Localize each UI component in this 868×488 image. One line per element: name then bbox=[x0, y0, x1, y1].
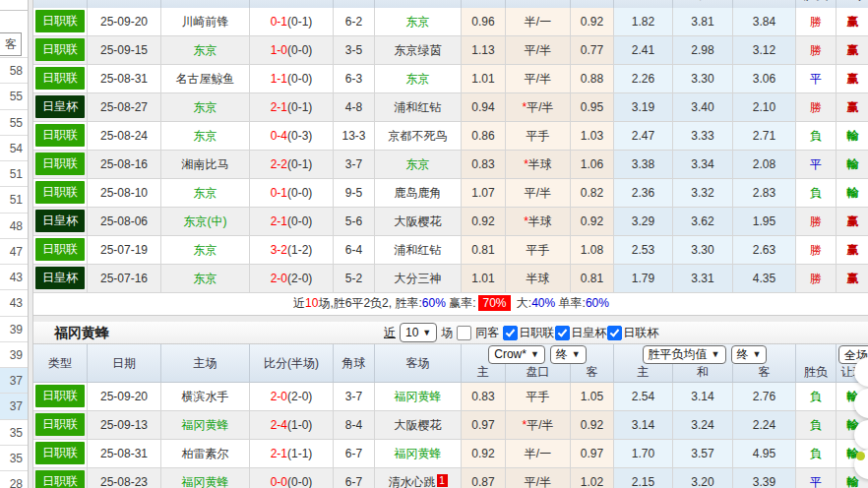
score-cell: 2-1(0-1) bbox=[250, 93, 334, 121]
header-eu-away: 客 bbox=[733, 364, 796, 382]
home-team-cell[interactable]: 东京 bbox=[161, 236, 250, 264]
date-cell: 25-09-13 bbox=[88, 411, 161, 439]
league-cell: 日职联 bbox=[33, 65, 88, 92]
full-score: 2-4 bbox=[271, 418, 287, 432]
away-team-cell[interactable]: 清水心跳1 bbox=[375, 468, 462, 488]
score-cell: 2-1(0-0) bbox=[250, 208, 334, 235]
header-eu-draw: 和 bbox=[673, 0, 733, 8]
recent-games-link[interactable]: 近 bbox=[384, 322, 396, 343]
team-name: 东京绿茵 bbox=[395, 43, 442, 57]
date-cell: 25-08-23 bbox=[88, 468, 161, 488]
score-cell: 2-0(2-0) bbox=[250, 265, 334, 292]
odds-source-row: Crow* ▼ 终 ▼ 胜平负均值 ▼ 终 ▼ bbox=[462, 344, 868, 364]
home-team-cell[interactable]: 东京 bbox=[161, 265, 250, 292]
games-count-select[interactable]: 10 ▼ bbox=[400, 323, 437, 342]
result-cell: 負 bbox=[796, 179, 837, 207]
league-cell: 日职联 bbox=[33, 36, 88, 64]
corner-cell: 3-7 bbox=[334, 383, 375, 410]
result-cell: 負 bbox=[796, 440, 837, 467]
league-badge: 日皇杯 bbox=[35, 267, 85, 289]
match-row: 日职联25-07-19东京3-2(1-2)6-4浦和红钻0.81平手1.082.… bbox=[33, 236, 868, 265]
home-team-cell[interactable]: 横滨水手 bbox=[161, 383, 250, 410]
same-away-checkbox[interactable] bbox=[457, 326, 471, 340]
away-team-cell[interactable]: 鹿岛鹿角 bbox=[375, 179, 462, 207]
result-cell: 勝 bbox=[796, 93, 837, 121]
team-name: 东京 bbox=[194, 43, 217, 57]
side-number-row: 39 bbox=[0, 317, 28, 342]
home-team-cell[interactable]: 福冈黄蜂 bbox=[161, 468, 250, 488]
away-team-cell[interactable]: 京都不死鸟 bbox=[375, 122, 462, 150]
away-team-cell[interactable]: 东京绿茵 bbox=[375, 36, 462, 64]
away-team-cell[interactable]: 东京 bbox=[375, 65, 462, 92]
home-team-cell[interactable]: 川崎前锋 bbox=[161, 8, 250, 35]
match-row: 日职联25-08-16湘南比马2-2(0-1)3-7东京0.83*半球1.063… bbox=[33, 151, 868, 179]
home-team-cell[interactable]: 东京 bbox=[161, 122, 250, 150]
handicap-result-cell: 輸 bbox=[837, 122, 868, 150]
home-team-cell[interactable]: 名古屋鲸鱼 bbox=[161, 65, 250, 92]
eu-home-odds: 2.36 bbox=[614, 179, 673, 207]
league-filter-checkbox[interactable] bbox=[555, 326, 570, 340]
away-team-cell[interactable]: 浦和红钻 bbox=[375, 93, 462, 121]
ah-home-odds: 0.92 bbox=[462, 440, 506, 467]
away-team-cell[interactable]: 东京 bbox=[375, 151, 462, 178]
handicap-result-cell: 輸 bbox=[837, 151, 868, 178]
home-team-cell[interactable]: 东京 bbox=[161, 93, 250, 121]
ah-line-cell: 平手 bbox=[506, 236, 571, 264]
header-type: 类型 bbox=[33, 344, 88, 382]
team-name: 横滨水手 bbox=[182, 390, 229, 403]
ah-time-select[interactable]: 终 ▼ bbox=[550, 345, 587, 364]
away-team-cell[interactable]: 大阪樱花 bbox=[375, 208, 462, 235]
ah-home-odds: 0.83 bbox=[462, 151, 506, 178]
side-number-row: 35 bbox=[0, 420, 28, 446]
header-handicap: 让球 bbox=[837, 0, 868, 8]
home-team-cell[interactable]: 东京(中) bbox=[161, 208, 250, 235]
section-title: 福冈黄蜂 bbox=[54, 325, 109, 340]
league-filter-checkbox[interactable] bbox=[503, 326, 518, 340]
eu-home-odds: 2.41 bbox=[614, 36, 673, 64]
full-score: 2-1 bbox=[271, 100, 287, 114]
side-number-row: 39 bbox=[0, 342, 28, 368]
home-team-cell[interactable]: 湘南比马 bbox=[161, 151, 250, 178]
home-team-cell[interactable]: 东京 bbox=[161, 179, 250, 207]
header-ah-home: 主 bbox=[462, 364, 506, 382]
ah-away-odds: 0.95 bbox=[571, 93, 614, 121]
away-team-cell[interactable]: 福冈黄蜂 bbox=[375, 383, 462, 410]
league-badge: 日职联 bbox=[35, 152, 85, 175]
home-team-cell[interactable]: 福冈黄蜂 bbox=[161, 411, 250, 439]
match-row: 日职联25-08-24东京0-4(0-3)13-3京都不死鸟0.86平手1.03… bbox=[33, 122, 868, 151]
summary-segment: 近 bbox=[293, 296, 305, 310]
home-team-cell[interactable]: 东京 bbox=[161, 36, 250, 64]
away-filter-box[interactable]: 客 bbox=[0, 32, 22, 56]
away-team-cell[interactable]: 浦和红钻 bbox=[375, 236, 462, 264]
home-team-cell[interactable]: 柏雷素尔 bbox=[161, 440, 250, 467]
team-name: 福冈黄蜂 bbox=[182, 418, 229, 432]
summary-segment: 70% bbox=[478, 295, 510, 311]
handicap-result-cell: 輸 bbox=[837, 179, 868, 207]
team-name: 东京 bbox=[194, 186, 217, 200]
eu-draw-odds: 3.30 bbox=[673, 236, 733, 264]
eu-company-select[interactable]: 胜平负均值 ▼ bbox=[643, 345, 726, 364]
league-filter-checkbox[interactable] bbox=[607, 326, 622, 340]
away-team-cell[interactable]: 大分三神 bbox=[375, 265, 462, 292]
summary-segment: 场,胜6平2负2, 胜率: bbox=[318, 296, 421, 310]
eu-time-select[interactable]: 终 ▼ bbox=[731, 345, 768, 364]
table2-header: 类型 日期 主场 比分(半场) 角球 客场 Crow* ▼ 终 ▼ bbox=[33, 344, 868, 383]
corner-cell: 6-2 bbox=[334, 8, 375, 35]
header-result: 胜负 bbox=[796, 0, 837, 8]
away-team-cell[interactable]: 东京 bbox=[375, 8, 462, 35]
eu-draw-odds: 3.31 bbox=[673, 265, 733, 292]
line-star: * bbox=[522, 418, 527, 432]
away-team-cell[interactable]: 大阪樱花 bbox=[375, 411, 462, 439]
ah-line-cell: 平手 bbox=[506, 383, 571, 410]
games-count-value: 10 bbox=[405, 325, 418, 340]
date-cell: 25-08-27 bbox=[88, 93, 161, 121]
summary-segment: 10 bbox=[305, 296, 318, 310]
score-cell: 0-1(0-1) bbox=[250, 8, 334, 35]
corner-cell: 3-5 bbox=[334, 36, 375, 64]
ah-line-cell: *半球 bbox=[506, 208, 571, 235]
ah-away-odds: 1.02 bbox=[571, 468, 614, 488]
corner-cell: 6-7 bbox=[334, 468, 375, 488]
ah-company-select[interactable]: Crow* ▼ bbox=[488, 345, 545, 364]
table1-rows: 日职联25-09-20川崎前锋0-1(0-1)6-2东京0.96半/一0.921… bbox=[33, 8, 868, 293]
away-team-cell[interactable]: 福冈黄蜂 bbox=[375, 440, 462, 467]
